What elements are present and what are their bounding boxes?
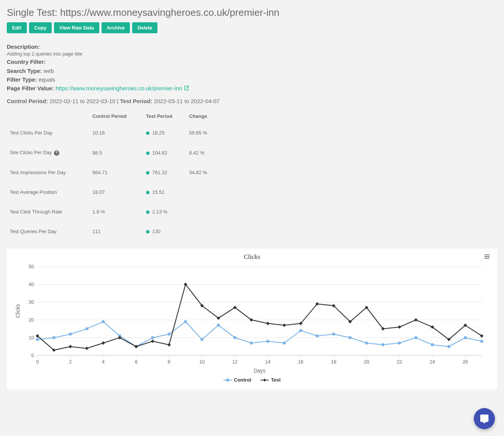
metrics-header-change: Change	[186, 110, 218, 123]
metric-control-value: 10.18	[89, 123, 143, 143]
svg-text:16: 16	[298, 359, 304, 364]
svg-text:24: 24	[430, 359, 435, 364]
chart-menu-button[interactable]	[484, 253, 490, 261]
svg-point-63	[316, 334, 319, 337]
page-filter-label: Page Filter Value:	[7, 85, 54, 91]
svg-point-69	[415, 336, 418, 339]
svg-text:8: 8	[168, 359, 170, 364]
metric-name: Test Queries Per Day	[7, 221, 89, 241]
meta-block: Description: Adding top 2 queries into p…	[7, 42, 497, 93]
legend-marker-test	[260, 378, 269, 382]
svg-marker-77	[85, 346, 88, 350]
svg-point-67	[381, 343, 384, 346]
archive-button[interactable]: Archive	[102, 22, 130, 33]
edit-button[interactable]: Edit	[7, 22, 27, 33]
metrics-table: Control Period Test Period Change Test C…	[7, 110, 218, 241]
control-period-label: Control Period:	[7, 98, 48, 104]
metric-name: Test Clicks Per Day	[7, 123, 89, 143]
svg-point-54	[168, 332, 171, 336]
search-type-label: Search Type:	[7, 68, 42, 74]
svg-marker-78	[102, 341, 105, 345]
filter-type-label: Filter Type:	[7, 76, 37, 83]
period-line: Control Period: 2022-02-11 to 2022-03-10…	[7, 98, 497, 104]
metric-test-value: 130	[143, 221, 186, 241]
test-period-value: 2022-03-11 to 2022-04-07	[154, 98, 220, 104]
metric-name: Test Impressions Per Day	[7, 162, 89, 182]
hamburger-icon	[484, 253, 490, 260]
delete-button[interactable]: Delete	[132, 22, 157, 33]
legend-control[interactable]: Control	[223, 377, 251, 383]
svg-text:20: 20	[364, 359, 369, 364]
svg-point-62	[299, 329, 302, 332]
status-dot-icon	[146, 230, 150, 233]
svg-point-49	[85, 327, 88, 330]
svg-text:4: 4	[102, 359, 105, 364]
metrics-header-control: Control Period	[89, 110, 143, 123]
metric-name: Test Average Position	[7, 182, 89, 202]
metric-control-value: 1.8 %	[89, 202, 143, 221]
svg-point-64	[332, 332, 335, 336]
table-row: Test Clicks Per Day10.18 16.2559.65 %	[7, 123, 218, 143]
svg-marker-82	[167, 343, 171, 346]
page-filter-link[interactable]: https://www.moneysavingheroes.co.uk/prem…	[55, 85, 189, 91]
metric-control-value: 111	[89, 221, 143, 241]
svg-point-72	[464, 336, 467, 339]
metric-change-value: 59.65 %	[186, 123, 218, 143]
svg-marker-89	[282, 323, 286, 327]
table-row: Site Clicks Per Day ?98.5 104.826.42 %	[7, 143, 218, 163]
svg-point-68	[398, 342, 401, 345]
chart-legend: Control Test	[14, 377, 490, 383]
metric-test-value: 15.51	[143, 182, 186, 202]
external-link-icon	[184, 85, 189, 91]
metric-control-value: 18.07	[89, 182, 143, 202]
svg-text:12: 12	[232, 359, 237, 364]
view-raw-data-button[interactable]: View Raw Data	[54, 22, 99, 33]
svg-point-50	[102, 320, 105, 323]
status-dot-icon	[146, 152, 150, 155]
svg-point-56	[200, 338, 203, 341]
svg-point-59	[250, 342, 253, 345]
svg-marker-76	[69, 345, 72, 348]
svg-text:22: 22	[397, 359, 402, 364]
svg-text:40: 40	[29, 282, 34, 287]
svg-point-46	[36, 338, 39, 341]
metric-change-value	[186, 182, 218, 202]
svg-text:20: 20	[29, 317, 34, 323]
svg-text:2: 2	[69, 359, 72, 364]
page-title: Single Test: https://www.moneysavinghero…	[7, 7, 497, 19]
svg-text:Days: Days	[254, 368, 265, 373]
svg-marker-81	[151, 339, 154, 343]
metric-test-value: 2.13 %	[143, 202, 186, 221]
svg-text:10: 10	[29, 335, 34, 340]
metrics-header-metric	[7, 110, 89, 123]
filter-type-value: equals	[39, 76, 55, 83]
status-dot-icon	[146, 210, 150, 214]
search-type-value: web	[43, 68, 54, 74]
metric-control-value: 98.5	[89, 143, 143, 163]
metric-change-value: 6.42 %	[186, 143, 218, 163]
legend-test[interactable]: Test	[260, 377, 281, 383]
table-row: Test Queries Per Day111 130	[7, 221, 218, 241]
copy-button[interactable]: Copy	[29, 22, 52, 33]
table-row: Test Average Position18.07 15.51	[7, 182, 218, 202]
action-button-row: Edit Copy View Raw Data Archive Delete	[7, 22, 497, 33]
svg-point-47	[52, 336, 55, 339]
svg-point-53	[151, 336, 154, 339]
metric-name: Site Clicks Per Day ?	[7, 143, 89, 163]
svg-text:18: 18	[331, 359, 336, 364]
metrics-header-test: Test Period	[143, 110, 186, 123]
clicks-chart[interactable]: 0102030405002468101214161820222426DaysCl…	[14, 262, 490, 375]
legend-marker-control	[223, 378, 232, 382]
svg-text:0: 0	[31, 353, 34, 358]
page-filter-url: https://www.moneysavingheroes.co.uk/prem…	[55, 85, 182, 91]
period-separator: |	[117, 98, 120, 104]
svg-point-48	[69, 332, 72, 336]
svg-point-66	[365, 342, 368, 345]
svg-point-57	[217, 324, 220, 327]
status-dot-icon	[146, 171, 150, 175]
info-icon[interactable]: ?	[54, 150, 59, 156]
svg-text:10: 10	[199, 359, 205, 364]
legend-label-test: Test	[271, 377, 281, 383]
control-period-value: 2022-02-11 to 2022-03-10	[49, 98, 115, 104]
svg-point-70	[431, 343, 434, 346]
